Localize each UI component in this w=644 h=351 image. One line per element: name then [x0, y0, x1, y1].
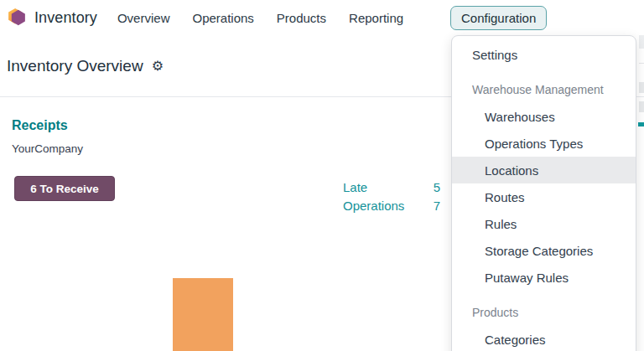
company-name: YourCompany: [12, 142, 83, 155]
control-panel: Inventory Overview ⚙: [0, 35, 444, 96]
dropdown-item[interactable]: Categories: [452, 326, 636, 351]
dropdown-item[interactable]: Putaway Rules: [452, 264, 636, 291]
inventory-app-icon: [7, 7, 27, 28]
dropdown-section-header: Products: [452, 299, 636, 326]
partially-visible-element: [639, 82, 644, 93]
dropdown-section-header: Warehouse Management: [452, 76, 636, 103]
top-navbar: Inventory OverviewOperationsProductsRepo…: [0, 0, 644, 35]
main-menu: OverviewOperationsProductsReporting: [117, 11, 403, 25]
dropdown-item[interactable]: Warehouses: [452, 103, 636, 130]
menu-item[interactable]: Overview: [117, 11, 170, 25]
partially-visible-element: [639, 63, 644, 64]
dropdown-item[interactable]: Storage Categories: [452, 237, 636, 264]
menu-item[interactable]: Reporting: [349, 11, 403, 25]
stat-value: 7: [434, 199, 440, 213]
page-title: Inventory Overview: [7, 57, 143, 75]
receipts-chart-bar[interactable]: [173, 278, 233, 351]
card-stats: Late 5 Operations 7: [343, 178, 440, 214]
gear-icon[interactable]: ⚙: [152, 59, 164, 73]
stat-label: Operations: [343, 199, 404, 213]
partially-visible-element: [639, 101, 644, 112]
partially-visible-element: [638, 122, 644, 126]
menu-item[interactable]: Operations: [192, 11, 253, 25]
dropdown-item[interactable]: Routes: [452, 183, 636, 210]
receipts-card-title[interactable]: Receipts: [12, 118, 68, 133]
stat-link[interactable]: Operations 7: [343, 197, 440, 215]
stat-label: Late: [343, 180, 367, 194]
dropdown-item[interactable]: Operations Types: [452, 130, 636, 157]
menu-item[interactable]: Products: [277, 11, 326, 25]
menu-item-configuration[interactable]: Configuration: [450, 6, 547, 30]
partially-visible-element: [639, 35, 644, 49]
configuration-dropdown-menu: Settings Warehouse Management Warehouses…: [451, 35, 636, 351]
stat-link[interactable]: Late 5: [343, 178, 440, 197]
to-receive-button[interactable]: 6 To Receive: [14, 176, 115, 201]
dropdown-item[interactable]: Rules: [452, 210, 636, 237]
stat-value: 5: [434, 180, 440, 194]
dropdown-item[interactable]: Locations: [452, 157, 636, 183]
app-switcher[interactable]: Inventory: [7, 7, 97, 28]
app-name: Inventory: [34, 9, 97, 27]
odoo-inventory-screen: Inventory OverviewOperationsProductsRepo…: [0, 0, 644, 351]
dropdown-item[interactable]: Settings: [452, 41, 636, 68]
